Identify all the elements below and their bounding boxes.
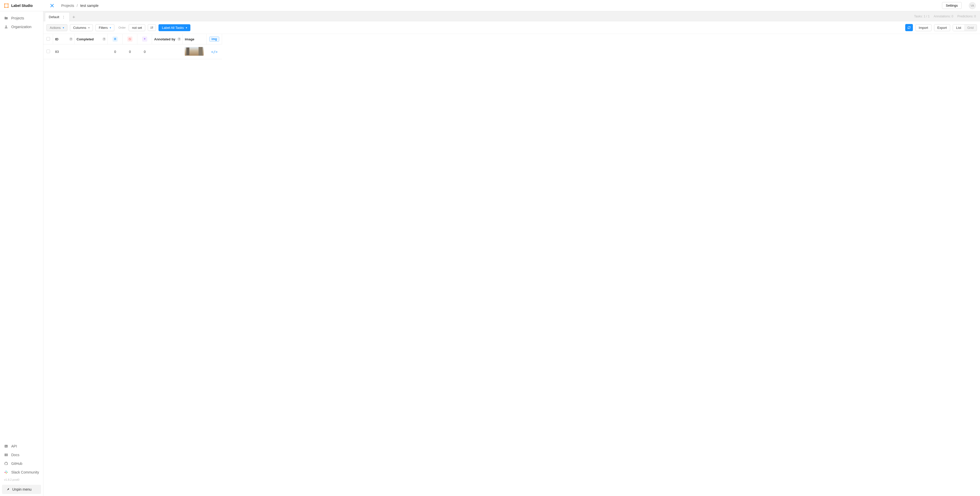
sidebar-item-docs[interactable]: Docs (0, 451, 43, 459)
status-tasks: Tasks: 1 / 1 (914, 14, 930, 18)
view-mode-segment: List Grid (953, 24, 977, 31)
svg-rect-3 (4, 7, 5, 8)
book-icon (4, 453, 8, 457)
sort-icon (150, 26, 154, 29)
status-predictions: Predictions: 0 (957, 14, 976, 18)
code-icon[interactable]: </> (211, 50, 218, 54)
table-row[interactable]: 83 0 0 0 </> (43, 45, 222, 59)
order-label: Order (118, 26, 126, 29)
sidebar-item-github[interactable]: GitHub (0, 459, 43, 468)
label-all-tasks-button[interactable]: Label All Tasks ▾ (159, 24, 190, 31)
version-label: v1.8.2.post0 (0, 477, 43, 484)
refresh-button[interactable] (905, 24, 913, 31)
predictions-icon (142, 37, 147, 41)
breadcrumb-root[interactable]: Projects (61, 3, 74, 8)
sort-direction-button[interactable] (148, 24, 156, 31)
export-button[interactable]: Export (934, 24, 950, 31)
tab-add-button[interactable]: ＋ (70, 12, 78, 21)
cell-id: 83 (53, 45, 75, 59)
chevron-down-icon: ▾ (110, 26, 111, 29)
help-icon[interactable]: ? (69, 37, 73, 41)
cancelled-icon (127, 37, 132, 41)
col-predictions-count[interactable] (137, 34, 152, 45)
svg-rect-2 (8, 3, 8, 4)
col-img[interactable]: img (207, 34, 222, 45)
help-icon[interactable]: ? (177, 37, 181, 41)
sidebar-item-projects[interactable]: Projects (0, 14, 43, 22)
sidebar-item-label: GitHub (11, 461, 22, 466)
sidebar-item-label: Projects (11, 16, 24, 20)
breadcrumb-current: test sample (80, 3, 99, 8)
btn-label: Label All Tasks (162, 26, 184, 30)
svg-rect-0 (5, 4, 8, 7)
svg-rect-8 (5, 445, 8, 448)
col-id[interactable]: ID ? (53, 34, 75, 45)
sidebar-item-label: Organization (11, 25, 32, 29)
brand: Label Studio (4, 3, 42, 8)
view-tabstrip: Default ⋮ ＋ Tasks: 1 / 1 Annotations: 0 … (43, 11, 980, 21)
col-annotated-by[interactable]: Annotated by ? (152, 34, 183, 45)
view-mode-list[interactable]: List (953, 24, 964, 31)
unpin-label: Unpin menu (12, 487, 32, 491)
sidebar-item-label: API (11, 444, 17, 448)
tab-more-icon[interactable]: ⋮ (61, 15, 66, 19)
cell-cancelled-count: 0 (123, 45, 137, 59)
annotations-icon (113, 37, 118, 41)
order-value-dropdown[interactable]: not set (129, 24, 145, 31)
select-all-checkbox[interactable] (46, 37, 50, 41)
tab-default[interactable]: Default ⋮ (45, 12, 70, 21)
import-button[interactable]: Import (915, 24, 932, 31)
col-cancelled-count[interactable] (123, 34, 137, 45)
settings-button[interactable]: Settings (942, 2, 962, 9)
tabstrip-status: Tasks: 1 / 1 Annotations: 0 Predictions:… (914, 11, 980, 21)
toolbar: Actions ▾ Columns ▾ Filters ▾ Order not … (43, 21, 980, 34)
close-icon (50, 3, 54, 8)
breadcrumb-sep: / (77, 3, 78, 8)
btn-label: Actions (50, 26, 61, 30)
btn-label: Columns (73, 26, 86, 30)
avatar[interactable]: VA (969, 2, 976, 9)
row-checkbox[interactable] (46, 49, 50, 53)
sidebar-item-label: Slack Community (11, 470, 39, 474)
user-icon (4, 25, 8, 29)
col-annotations-count[interactable] (108, 34, 123, 45)
col-image[interactable]: image (183, 34, 207, 45)
slack-icon (4, 470, 8, 474)
svg-line-14 (129, 38, 130, 40)
chevron-down-icon: ▾ (63, 26, 64, 29)
github-icon (4, 461, 8, 466)
svg-point-7 (5, 26, 6, 27)
sidebar: Projects Organization API (0, 11, 43, 496)
svg-rect-4 (8, 7, 8, 8)
chevron-down-icon: ▾ (186, 26, 187, 29)
cell-image (183, 45, 207, 59)
unpin-menu-button[interactable]: Unpin menu (2, 485, 41, 494)
refresh-icon (907, 26, 911, 29)
terminal-icon (4, 444, 8, 448)
actions-dropdown[interactable]: Actions ▾ (46, 24, 67, 31)
cell-completed (75, 45, 108, 59)
svg-rect-10 (6, 472, 8, 472)
filters-dropdown[interactable]: Filters ▾ (95, 24, 115, 31)
cell-annotations-count: 0 (108, 45, 123, 59)
svg-rect-12 (4, 472, 6, 472)
image-thumbnail[interactable] (185, 47, 204, 56)
col-completed[interactable]: Completed ? (75, 34, 108, 45)
sidebar-item-api[interactable]: API (0, 442, 43, 451)
sidebar-toggle[interactable] (48, 2, 56, 9)
app-header: Label Studio Projects / test sample Sett… (0, 0, 980, 11)
view-mode-grid[interactable]: Grid (964, 24, 977, 31)
logo-icon (4, 3, 9, 8)
cell-img: </> (207, 45, 222, 59)
sidebar-item-organization[interactable]: Organization (0, 22, 43, 31)
tab-label: Default (49, 15, 59, 19)
task-table-wrapper: ID ? Completed ? (43, 34, 980, 59)
btn-label: Filters (99, 26, 108, 30)
task-table: ID ? Completed ? (43, 34, 222, 59)
sidebar-item-label: Docs (11, 453, 19, 457)
sidebar-item-slack[interactable]: Slack Community (0, 468, 43, 477)
svg-rect-9 (6, 470, 6, 472)
columns-dropdown[interactable]: Columns ▾ (70, 24, 93, 31)
help-icon[interactable]: ? (102, 37, 106, 41)
plus-icon: ＋ (72, 14, 76, 20)
